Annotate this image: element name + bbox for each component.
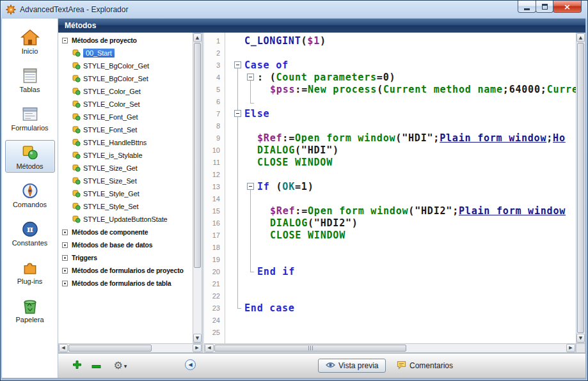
code-line[interactable]: Else <box>225 108 576 120</box>
fold-toggle-icon[interactable] <box>234 110 241 117</box>
tree-method-row[interactable]: STYLE_is_Stylable <box>58 149 193 162</box>
scroll-thumb[interactable] <box>68 345 152 352</box>
code-line[interactable] <box>225 193 576 205</box>
tree-method-row[interactable]: STYLE_Size_Get <box>58 162 193 175</box>
comments-button[interactable]: Comentarios <box>397 360 453 371</box>
app-icon[interactable] <box>6 4 16 15</box>
code-line[interactable]: End case <box>225 302 576 315</box>
scroll-right-button[interactable]: ▶ <box>566 344 575 352</box>
tree-group-row[interactable]: Triggers <box>58 251 193 264</box>
tree-method-row[interactable]: STYLE_Style_Get <box>58 187 193 200</box>
tree-method-row[interactable]: STYLE_Style_Set <box>58 200 193 213</box>
code-line[interactable]: CLOSE WINDOW <box>225 157 576 169</box>
fold-toggle-icon[interactable] <box>247 183 254 190</box>
title-bar[interactable]: AdvancedTextArea - Explorador × <box>1 1 587 19</box>
tree-group-row[interactable]: Métodos de componente <box>58 226 193 238</box>
tree-method-row[interactable]: STYLE_Color_Get <box>58 85 193 98</box>
tree-method-row[interactable]: STYLE_Font_Get <box>58 111 193 123</box>
fold-toggle-icon[interactable] <box>234 61 241 68</box>
scroll-up-button[interactable]: ▲ <box>193 33 202 42</box>
tree-group-row[interactable]: Métodos de base de datos <box>58 238 193 251</box>
code-line[interactable]: CLOSE WINDOW <box>225 229 576 242</box>
sidebar-item-metodos[interactable]: Métodos <box>5 140 55 173</box>
tree-method-row[interactable]: STYLE_BgColor_Set <box>58 72 193 85</box>
tree-group-row[interactable]: Métodos de proyecto <box>58 34 193 47</box>
code-token: $pss <box>270 84 295 95</box>
tree-method-row[interactable]: STYLE_Font_Set <box>58 123 193 136</box>
expand-expander-icon[interactable] <box>62 268 68 274</box>
scroll-thumb[interactable] <box>194 43 201 268</box>
collapse-panel-button[interactable]: ◀ <box>185 359 196 370</box>
sidebar-item-formularios[interactable]: Formularios <box>5 102 55 134</box>
code-line[interactable] <box>225 47 576 59</box>
scroll-down-button[interactable]: ▼ <box>576 334 585 343</box>
scroll-track[interactable] <box>214 344 566 352</box>
tree-method-row[interactable]: 00_Start <box>58 47 193 59</box>
method-icon <box>72 49 81 57</box>
scroll-left-button[interactable]: ◀ <box>59 344 68 352</box>
scroll-thumb[interactable] <box>214 345 406 352</box>
sidebar-item-tablas[interactable]: Tablas <box>5 63 55 96</box>
maximize-button[interactable] <box>536 1 553 13</box>
delete-method-button[interactable] <box>88 358 104 373</box>
tree-group-row[interactable]: Métodos de formularios de tabla <box>58 277 193 290</box>
expand-expander-icon[interactable] <box>62 281 68 286</box>
code-line[interactable]: $pss:=New process(Current method name;64… <box>225 84 576 96</box>
code-line[interactable]: $Ref:=Open form window("HDI";Plain form … <box>225 132 576 144</box>
tree-method-row[interactable]: STYLE_BgColor_Get <box>58 59 193 72</box>
tree-method-row[interactable]: STYLE_UpdateButtonState <box>58 213 193 226</box>
actions-menu-button[interactable]: ⚙ ▼ <box>109 358 131 373</box>
sidebar-item-plugins[interactable]: Plug-ins <box>5 255 55 288</box>
code-line[interactable]: C_LONGINT($1) <box>225 35 576 47</box>
scroll-up-button[interactable]: ▲ <box>576 33 585 42</box>
code-token: Plain form window <box>440 132 546 144</box>
tree-horizontal-scrollbar[interactable]: ◀ ▶ <box>58 343 202 353</box>
scroll-left-button[interactable]: ◀ <box>205 344 214 352</box>
tree-vertical-scrollbar[interactable]: ▲ ▼ <box>193 33 202 343</box>
sidebar-item-constantes[interactable]: πConstantes <box>5 217 55 249</box>
editor-horizontal-scrollbar[interactable]: ◀ ▶ <box>204 343 576 353</box>
tree-group-row[interactable]: Métodos de formularios de proyecto <box>58 264 193 277</box>
code-line[interactable] <box>225 278 576 290</box>
expand-expander-icon[interactable] <box>62 229 68 235</box>
tree-method-row[interactable]: STYLE_HandleBttns <box>58 136 193 149</box>
code-line[interactable] <box>225 327 576 339</box>
code-line[interactable] <box>225 96 576 108</box>
code-line[interactable]: $Ref:=Open form window("HDI2";Plain form… <box>225 205 576 217</box>
fold-toggle-icon[interactable] <box>247 74 254 81</box>
close-button[interactable]: × <box>553 1 582 13</box>
code-line[interactable] <box>225 254 576 266</box>
code-editor[interactable]: C_LONGINT($1)Case of: (Count parameters=… <box>225 33 576 343</box>
collapse-expander-icon[interactable] <box>62 38 68 43</box>
code-line[interactable]: DIALOG("HDI2") <box>225 217 576 229</box>
scroll-thumb[interactable] <box>577 43 584 333</box>
editor-vertical-scrollbar[interactable]: ▲ ▼ <box>576 33 585 343</box>
minimize-button[interactable] <box>518 1 536 13</box>
sidebar-item-comandos[interactable]: Comandos <box>5 178 55 211</box>
code-line[interactable]: : (Count parameters=0) <box>225 72 576 84</box>
tree-method-row[interactable]: STYLE_Color_Set <box>58 98 193 111</box>
sidebar-item-inicio[interactable]: Inicio <box>5 25 55 58</box>
preview-button[interactable]: Vista previa <box>318 359 386 373</box>
code-line[interactable] <box>225 290 576 302</box>
code-line[interactable]: DIALOG("HDI") <box>225 144 576 157</box>
code-line[interactable] <box>225 169 576 181</box>
code-line[interactable] <box>225 315 576 327</box>
expand-expander-icon[interactable] <box>62 255 68 261</box>
code-line[interactable]: Case of <box>225 59 576 72</box>
code-line[interactable] <box>225 120 576 132</box>
expand-expander-icon[interactable] <box>62 242 68 248</box>
scroll-track[interactable] <box>68 344 193 352</box>
scroll-down-button[interactable]: ▼ <box>193 334 202 343</box>
sidebar-item-papelera[interactable]: Papelera <box>5 293 55 326</box>
scroll-track[interactable] <box>576 42 585 334</box>
line-number-gutter[interactable]: 1234567891011121314151617181920212223242… <box>204 33 225 343</box>
scroll-right-button[interactable]: ▶ <box>193 344 202 352</box>
code-line[interactable]: If (OK=1) <box>225 181 576 193</box>
method-icon <box>72 100 81 108</box>
code-line[interactable] <box>225 242 576 254</box>
scroll-track[interactable] <box>193 42 202 334</box>
code-line[interactable]: End if <box>225 266 576 278</box>
tree-method-row[interactable]: STYLE_Size_Set <box>58 175 193 187</box>
add-method-button[interactable] <box>68 358 85 373</box>
